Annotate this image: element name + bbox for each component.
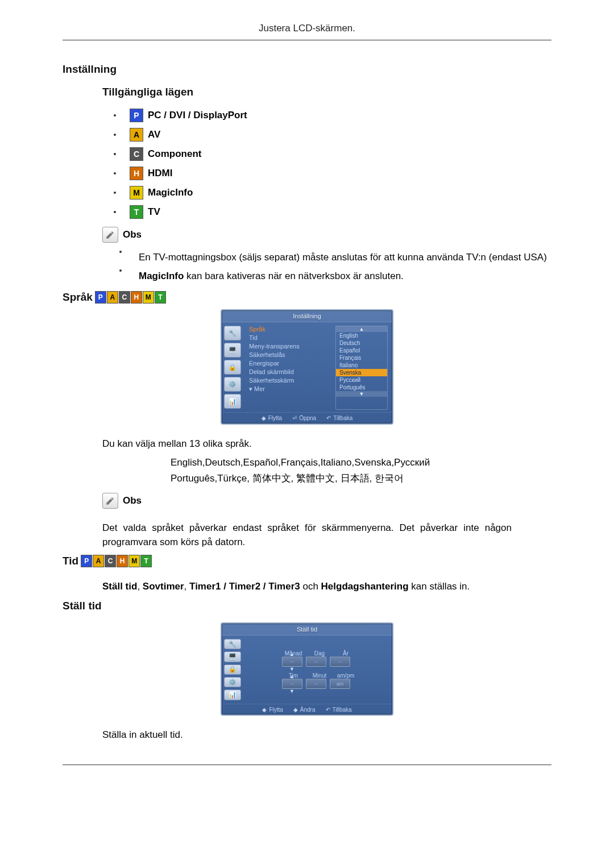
osd-screenshot-stalltid: Ställ tid 🔧 🖥️ 🔒 ⚙️ 📊 Månad Dag År -- [221, 622, 393, 716]
section-title-tid: Tid P A C H M T [63, 555, 551, 567]
osd-footer: ◆ Flytta ◆ Ändra ↶ Tillbaka [222, 704, 392, 715]
bullet-icon [114, 192, 116, 194]
mode-label: Component [148, 148, 201, 160]
osd-options: ▲ English Deutsch Español Français Itali… [335, 326, 388, 410]
hour-field: -- [282, 679, 302, 689]
date-values: -- -- -- [282, 657, 357, 667]
mode-label: HDMI [148, 168, 172, 179]
sprak-note-text: Det valda språket påverkar endast språke… [102, 521, 512, 549]
note-label: Obs [123, 229, 142, 240]
note-text: MagicInfo kan bara kativeras när en nätv… [139, 269, 404, 284]
section-label: Språk [63, 291, 93, 304]
osd-tab-icon: 📊 [224, 394, 241, 409]
bullet-icon [114, 211, 116, 213]
mode-icon-m: M [128, 555, 140, 567]
mode-icon-c: C [119, 291, 130, 304]
osd-menu-item: Säkerhetsskärm [249, 377, 330, 384]
time-values: -- -- am [282, 679, 357, 689]
bullet-icon [119, 251, 122, 253]
mode-item-tv: T TV [114, 205, 551, 219]
mode-icon-m: M [143, 291, 154, 304]
mode-label: MagicInfo [148, 187, 193, 198]
mode-icon-p: P [130, 109, 143, 122]
osd-sidebar: 🔧 🖥️ 🔒 ⚙️ 📊 [222, 322, 247, 412]
pencil-icon [102, 493, 118, 509]
mode-icon-m: M [130, 186, 143, 200]
osd-menu-item: Språk [249, 326, 330, 333]
osd-menu-item: Meny-transparens [249, 343, 330, 350]
osd-option: English [336, 332, 387, 339]
osd-tab-icon: 🖥️ [224, 343, 241, 358]
osd-sidebar: 🔧 🖥️ 🔒 ⚙️ 📊 [222, 636, 247, 704]
mode-icon-a: A [93, 555, 104, 567]
section-title-sprak: Språk P A C H M T [63, 291, 551, 304]
footer-divider [63, 765, 551, 765]
mode-icon-t: T [130, 205, 143, 219]
mode-icon-h: H [117, 555, 128, 567]
osd-option: Português [336, 384, 387, 391]
note-heading: Obs [102, 227, 551, 243]
osd-tab-icon: ⚙️ [224, 677, 241, 687]
bullet-icon [114, 172, 116, 175]
mode-icon-a: A [130, 128, 143, 142]
note-heading: Obs [102, 493, 551, 509]
heading-available-modes: Tillgängliga lägen [102, 86, 551, 98]
page: Justera LCD-skärmen. Inställning Tillgän… [63, 0, 551, 788]
osd-menu-item: Tid [249, 334, 330, 341]
mode-item-magicinfo: M MagicInfo [114, 186, 551, 200]
bullet-icon [114, 153, 116, 155]
month-field: -- [282, 657, 302, 667]
note-item: MagicInfo kan bara kativeras när en nätv… [119, 269, 551, 284]
mode-icon-h: H [131, 291, 142, 304]
mode-icon-h: H [130, 167, 143, 180]
osd-tab-icon: 🔒 [224, 665, 241, 675]
mode-item-av: A AV [114, 128, 551, 142]
osd-menu-item: Delad skärmbild [249, 368, 330, 375]
osd-tab-icon: ⚙️ [224, 377, 241, 392]
bullet-icon [114, 134, 116, 136]
triangle-down-icon: ▼ [336, 391, 387, 397]
mode-icon-c: C [130, 147, 143, 161]
page-header: Justera LCD-skärmen. [63, 23, 551, 40]
mode-label: PC / DVI / DisplayPort [148, 110, 247, 121]
mode-icon-p: P [81, 555, 92, 567]
osd-title: Inställning [222, 310, 392, 322]
pencil-icon [102, 227, 118, 243]
mode-label: AV [148, 129, 160, 140]
year-field: -- [330, 657, 350, 667]
minute-field: -- [306, 679, 326, 689]
heading-installning: Inställning [63, 63, 551, 76]
mode-list: P PC / DVI / DisplayPort A AV C Componen… [114, 109, 551, 219]
osd-menu-item: Säkerhetslås [249, 351, 330, 358]
day-field: -- [306, 657, 326, 667]
osd-option: Français [336, 354, 387, 362]
osd-footer: ◆ Flytta ⏎ Öppna ↶ Tillbaka [222, 412, 392, 423]
ampm-field: am [330, 679, 350, 689]
osd-option-selected: Svenska [336, 369, 387, 376]
osd-title: Ställ tid [222, 624, 392, 636]
bullet-icon [114, 114, 116, 117]
osd-tab-icon: 🔧 [224, 639, 241, 649]
mode-icon-t: T [155, 291, 166, 304]
osd-tab-icon: 🖥️ [224, 651, 241, 662]
osd-foot-change: ◆ Ändra [293, 707, 316, 713]
stall-tid-description: Ställa in aktuell tid. [102, 728, 512, 742]
mode-item-hdmi: H HDMI [114, 167, 551, 180]
note-text: En TV-mottagningsbox (säljs separat) mås… [139, 251, 547, 265]
osd-option: Italiano [336, 362, 387, 369]
osd-tab-icon: 🔧 [224, 326, 241, 340]
note-block-2: Obs [102, 493, 551, 509]
osd-tab-icon: 🔒 [224, 360, 241, 375]
note-item: En TV-mottagningsbox (säljs separat) mås… [119, 251, 551, 265]
osd-menu-item: ▾ Mer [249, 385, 330, 393]
triangle-up-icon: ▲ [336, 326, 387, 332]
note-label: Obs [123, 495, 142, 506]
osd-foot-move: ◆ Flytta [262, 707, 283, 713]
section-label: Tid [63, 555, 78, 567]
heading-stall-tid: Ställ tid [63, 600, 551, 612]
osd-foot-back: ↶ Tillbaka [326, 707, 352, 713]
language-list-line1: English,Deutsch,Español,Français,Italian… [171, 457, 551, 468]
mode-icon-t: T [140, 555, 152, 567]
tid-intro: Ställ tid, Sovtimer, Timer1 / Timer2 / T… [102, 580, 512, 594]
mode-icon-c: C [105, 555, 116, 567]
